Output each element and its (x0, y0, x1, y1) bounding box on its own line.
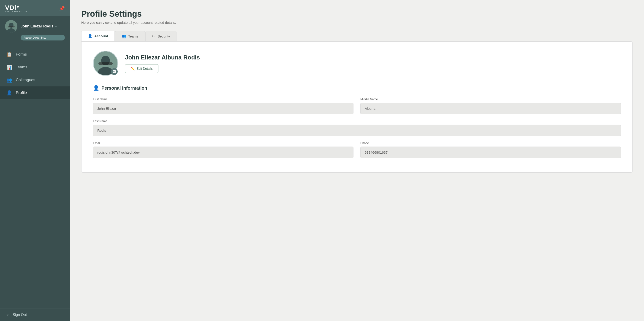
user-name: John Eliezar Rodis (20, 24, 53, 28)
last-name-row: Last Name (93, 119, 621, 136)
first-name-input[interactable] (93, 103, 354, 114)
user-info: John Eliezar Rodis ▾ (5, 20, 65, 32)
profile-photo-section: 🖼 John Eliezar Albuna Rodis ✏️ Edit Deta… (93, 51, 621, 76)
last-name-group: Last Name (93, 119, 621, 136)
logo: VDi VALUE DIRECT INC. (5, 4, 30, 13)
sidebar-item-teams[interactable]: 📊 Teams (0, 61, 70, 74)
last-name-input[interactable] (93, 125, 621, 136)
last-name-label: Last Name (93, 119, 621, 123)
forms-icon: 📋 (6, 52, 12, 57)
tab-security-label: Security (158, 34, 170, 38)
edit-details-label: Edit Details (136, 67, 153, 70)
sign-out-label: Sign Out (12, 313, 27, 317)
colleagues-icon: 👥 (6, 77, 12, 83)
phone-group: Phone (360, 141, 621, 158)
teams-tab-icon: 👥 (122, 34, 126, 38)
company-badge[interactable]: Value Direct Inc. (20, 35, 65, 40)
tab-account-label: Account (94, 34, 108, 38)
account-tab-icon: 👤 (88, 34, 92, 38)
sidebar-item-teams-label: Teams (16, 65, 27, 69)
email-input[interactable] (93, 147, 354, 158)
teams-icon: 📊 (6, 64, 12, 70)
photo-upload-button[interactable]: 🖼 (111, 68, 118, 75)
first-name-group: First Name (93, 97, 354, 114)
name-row: First Name Middle Name (93, 97, 621, 114)
security-tab-icon: 🛡 (152, 34, 156, 38)
nav-section: 📋 Forms 📊 Teams 👥 Colleagues 👤 Profile (0, 44, 70, 308)
sidebar: VDi VALUE DIRECT INC. 📌 John Eliezar Rod… (0, 0, 70, 321)
profile-name-section: John Eliezar Albuna Rodis ✏️ Edit Detail… (125, 54, 200, 73)
personal-info-heading: Personal Information (102, 86, 147, 91)
pin-icon[interactable]: 📌 (59, 6, 65, 11)
user-section: John Eliezar Rodis ▾ Value Direct Inc. (0, 16, 70, 44)
personal-info-header: 👤 Personal Information (93, 85, 621, 91)
content-card: 🖼 John Eliezar Albuna Rodis ✏️ Edit Deta… (81, 41, 632, 173)
sidebar-item-forms-label: Forms (16, 52, 27, 57)
sidebar-item-forms[interactable]: 📋 Forms (0, 48, 70, 61)
profile-full-name: John Eliezar Albuna Rodis (125, 54, 200, 61)
middle-name-input[interactable] (360, 103, 621, 114)
middle-name-group: Middle Name (360, 97, 621, 114)
tabs: 👤 Account 👥 Teams 🛡 Security (81, 31, 632, 41)
contact-row: Email Phone (93, 141, 621, 158)
profile-photo-wrapper: 🖼 (93, 51, 118, 76)
sidebar-item-colleagues[interactable]: 👥 Colleagues (0, 74, 70, 86)
email-group: Email (93, 141, 354, 158)
chevron-down-icon[interactable]: ▾ (55, 24, 57, 28)
main-content: Profile Settings Here you can view and u… (70, 0, 644, 321)
svg-rect-7 (98, 62, 113, 65)
logo-subtext: VALUE DIRECT INC. (5, 10, 30, 13)
tab-security[interactable]: 🛡 Security (146, 31, 176, 41)
user-details: John Eliezar Rodis ▾ (20, 24, 57, 28)
edit-details-button[interactable]: ✏️ Edit Details (125, 64, 158, 73)
sign-out-icon: ↩ (6, 313, 10, 317)
middle-name-label: Middle Name (360, 97, 621, 101)
sidebar-logo-section: VDi VALUE DIRECT INC. 📌 (0, 0, 70, 16)
page-title: Profile Settings (81, 9, 632, 19)
sidebar-item-profile-label: Profile (16, 91, 27, 95)
tab-teams-label: Teams (128, 34, 138, 38)
sign-out-button[interactable]: ↩ Sign Out (0, 308, 70, 321)
first-name-label: First Name (93, 97, 354, 101)
sidebar-item-colleagues-label: Colleagues (16, 78, 35, 82)
avatar (5, 20, 18, 32)
page-subtitle: Here you can view and update all your ac… (81, 20, 632, 24)
svg-rect-3 (8, 26, 15, 27)
phone-input[interactable] (360, 147, 621, 158)
email-label: Email (93, 141, 354, 145)
tab-teams[interactable]: 👥 Teams (115, 31, 145, 41)
profile-icon: 👤 (6, 90, 12, 96)
personal-info-icon: 👤 (93, 85, 99, 91)
sidebar-item-profile[interactable]: 👤 Profile (0, 86, 70, 99)
edit-icon: ✏️ (131, 67, 134, 70)
phone-label: Phone (360, 141, 621, 145)
tab-account[interactable]: 👤 Account (81, 31, 115, 41)
